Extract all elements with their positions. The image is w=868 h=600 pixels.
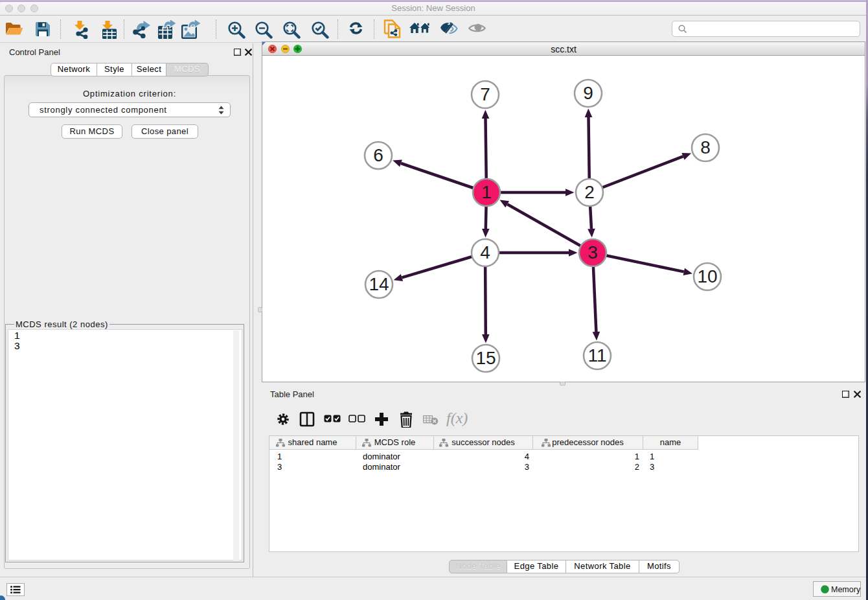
- svg-text:2: 2: [584, 182, 595, 202]
- svg-text:9: 9: [583, 83, 593, 103]
- svg-text:11: 11: [588, 345, 606, 365]
- svg-text:7: 7: [480, 84, 490, 104]
- svg-text:8: 8: [700, 137, 711, 157]
- svg-text:14: 14: [369, 274, 389, 294]
- svg-text:15: 15: [475, 348, 496, 368]
- svg-text:6: 6: [373, 145, 383, 165]
- svg-text:10: 10: [697, 266, 717, 286]
- svg-text:4: 4: [480, 242, 490, 262]
- svg-text:1: 1: [481, 182, 492, 202]
- svg-text:3: 3: [588, 242, 598, 262]
